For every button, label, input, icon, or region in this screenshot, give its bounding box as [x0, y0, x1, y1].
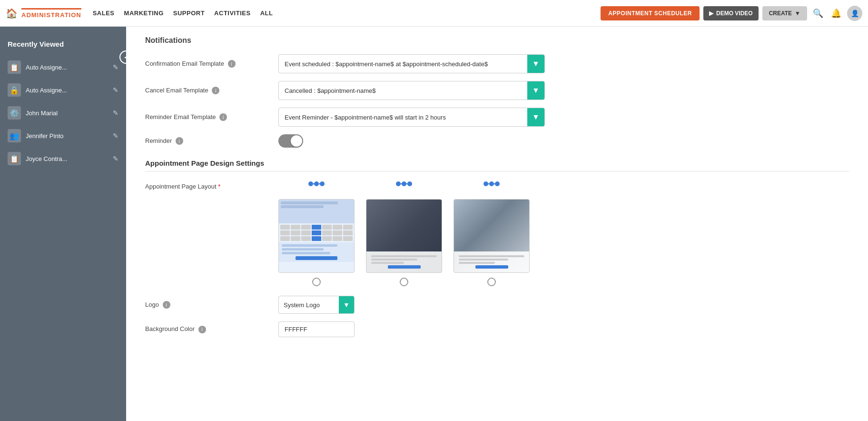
create-arrow-icon: ▼ — [795, 10, 800, 17]
reminder-info-icon[interactable]: i — [176, 137, 183, 145]
sidebar-item-3-icon: 👥 — [8, 129, 21, 142]
reminder-email-dropdown[interactable]: Event Reminder - $appointment-name$ will… — [278, 108, 545, 127]
sidebar-item-2-icon: ⚙️ — [8, 106, 21, 120]
main-content: Notifications Confirmation Email Templat… — [126, 27, 868, 421]
sidebar-item-0-icon: 📋 — [8, 60, 21, 74]
cancel-email-label: Cancel Email Template i — [145, 87, 278, 95]
bgcolor-row: Background Color i — [145, 321, 849, 337]
cancel-email-row: Cancel Email Template i Cancelled : $app… — [145, 81, 849, 100]
sidebar: ◀ Recently Viewed 📋 Auto Assigne... ✎ 🔒 … — [0, 27, 126, 421]
cancel-info-icon[interactable]: i — [212, 87, 219, 94]
layout-options — [278, 181, 530, 286]
layout-row: Appointment Page Layout * — [145, 181, 849, 286]
toggle-knob — [291, 135, 302, 147]
avatar[interactable]: 👤 — [847, 6, 862, 21]
nav-activities[interactable]: ACTIVITIES — [214, 8, 251, 19]
search-icon[interactable]: 🔍 — [811, 6, 825, 20]
layout-field-label: Appointment Page Layout * — [145, 181, 278, 190]
layout-1-preview — [278, 199, 355, 273]
logo-row: Logo i System Logo ▼ — [145, 296, 849, 314]
nav-support[interactable]: SUPPORT — [173, 8, 205, 19]
logo-dropdown-btn[interactable]: ▼ — [339, 296, 354, 313]
reminder-toggle[interactable] — [278, 134, 303, 148]
content-area: Notifications Confirmation Email Templat… — [126, 27, 868, 421]
layout-option-3[interactable] — [454, 181, 530, 286]
notifications-heading: Notifications — [145, 36, 849, 45]
sidebar-item-1-icon: 🔒 — [8, 83, 21, 97]
sidebar-item-4-edit-icon[interactable]: ✎ — [113, 155, 118, 162]
avatar-icon: 👤 — [851, 10, 859, 17]
nav-links: SALES MARKETING SUPPORT ACTIVITIES ALL — [93, 8, 601, 19]
bgcolor-info-icon[interactable]: i — [198, 326, 206, 333]
layout-3-icon — [483, 181, 500, 194]
confirmation-email-label: Confirmation Email Template i — [145, 60, 278, 68]
reminder-toggle-row: Reminder i — [145, 134, 849, 148]
reminder-email-value: Event Reminder - $appointment-name$ will… — [279, 110, 527, 125]
sidebar-item-0[interactable]: 📋 Auto Assigne... ✎ — [0, 56, 126, 79]
bell-icon[interactable]: 🔔 — [829, 6, 843, 20]
top-nav: 🏠 ADMINISTRATION SALES MARKETING SUPPORT… — [0, 0, 868, 27]
logo-dropdown[interactable]: System Logo ▼ — [278, 296, 355, 314]
reminder-email-dropdown-btn[interactable]: ▼ — [527, 108, 544, 126]
layout-3-preview — [454, 199, 530, 273]
nav-right: APPOINTMENT SCHEDULER ▶ DEMO VIDEO CREAT… — [601, 6, 862, 21]
sidebar-item-4[interactable]: 📋 Joyce Contra... ✎ — [0, 147, 126, 170]
layout-option-2[interactable] — [366, 181, 442, 286]
nav-sales[interactable]: SALES — [93, 8, 115, 19]
bgcolor-input[interactable] — [278, 321, 355, 337]
cancel-email-value: Cancelled : $appointment-name$ — [279, 83, 527, 98]
sidebar-item-3-label: Jennifer Pinto — [26, 132, 113, 140]
sidebar-item-1-edit-icon[interactable]: ✎ — [113, 86, 118, 94]
layout-2-bg — [366, 200, 442, 272]
layout-3-bg — [454, 200, 529, 272]
sidebar-item-1[interactable]: 🔒 Auto Assigne... ✎ — [0, 79, 126, 101]
design-section: Appointment Page Design Settings Appoint… — [145, 159, 849, 337]
demo-video-label: DEMO VIDEO — [716, 10, 753, 17]
layout-3-radio[interactable] — [487, 278, 496, 286]
sidebar-item-2[interactable]: ⚙️ John Marial ✎ — [0, 101, 126, 124]
cancel-email-dropdown-btn[interactable]: ▼ — [527, 81, 544, 100]
cancel-email-dropdown[interactable]: Cancelled : $appointment-name$ ▼ — [278, 81, 545, 100]
brand-label[interactable]: ADMINISTRATION — [21, 8, 81, 19]
confirmation-email-dropdown[interactable]: Event scheduled : $appointment-name$ at … — [278, 54, 545, 73]
sidebar-item-0-label: Auto Assigne... — [26, 64, 113, 71]
reminder-email-label: Reminder Email Template i — [145, 113, 278, 121]
logo-value: System Logo — [279, 298, 339, 312]
demo-video-button[interactable]: ▶ DEMO VIDEO — [703, 6, 759, 20]
bgcolor-label: Background Color i — [145, 325, 278, 333]
layout-1-icon — [308, 181, 325, 194]
home-icon[interactable]: 🏠 — [6, 8, 18, 19]
sidebar-title: Recently Viewed — [0, 27, 126, 56]
design-section-title: Appointment Page Design Settings — [145, 159, 849, 171]
layout-2-radio[interactable] — [400, 278, 408, 286]
sidebar-item-3-edit-icon[interactable]: ✎ — [113, 132, 118, 140]
confirmation-email-dropdown-btn[interactable]: ▼ — [527, 55, 544, 73]
play-icon: ▶ — [709, 10, 713, 17]
layout-2-preview — [366, 199, 442, 273]
sidebar-item-2-label: John Marial — [26, 110, 113, 117]
nav-all[interactable]: ALL — [260, 8, 273, 19]
sidebar-item-0-edit-icon[interactable]: ✎ — [113, 63, 118, 71]
layout-1-radio[interactable] — [312, 278, 321, 286]
sidebar-item-3[interactable]: 👥 Jennifer Pinto ✎ — [0, 124, 126, 147]
appointment-scheduler-button[interactable]: APPOINTMENT SCHEDULER — [601, 6, 700, 20]
reminder-label: Reminder i — [145, 137, 278, 145]
create-label: CREATE — [769, 10, 792, 17]
logo-info-icon[interactable]: i — [163, 301, 170, 309]
reminder-email-info-icon[interactable]: i — [219, 113, 227, 121]
confirmation-info-icon[interactable]: i — [228, 60, 236, 68]
nav-marketing[interactable]: MARKETING — [124, 8, 164, 19]
page-layout: ◀ Recently Viewed 📋 Auto Assigne... ✎ 🔒 … — [0, 27, 868, 421]
sidebar-item-4-label: Joyce Contra... — [26, 155, 113, 162]
logo-label: Logo i — [145, 301, 278, 309]
confirmation-email-value: Event scheduled : $appointment-name$ at … — [279, 57, 527, 71]
sidebar-item-2-edit-icon[interactable]: ✎ — [113, 109, 118, 117]
confirmation-email-row: Confirmation Email Template i Event sche… — [145, 54, 849, 73]
create-button[interactable]: CREATE ▼ — [762, 6, 807, 20]
sidebar-item-4-icon: 📋 — [8, 152, 21, 165]
layout-2-icon — [395, 181, 413, 194]
reminder-email-row: Reminder Email Template i Event Reminder… — [145, 108, 849, 127]
required-star: * — [218, 183, 220, 190]
sidebar-item-1-label: Auto Assigne... — [26, 87, 113, 94]
layout-option-1[interactable] — [278, 181, 355, 286]
